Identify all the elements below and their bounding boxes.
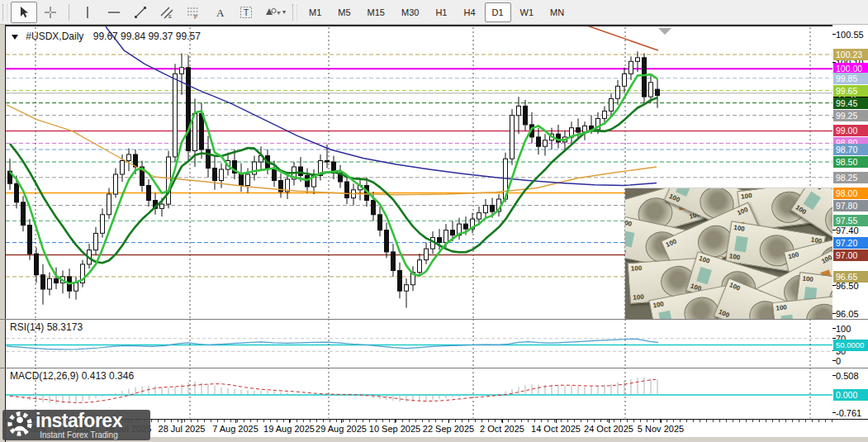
- candle: [206, 135, 211, 177]
- candle: [28, 219, 32, 260]
- candle: [358, 179, 363, 201]
- toolbar-grip[interactable]: [2, 4, 7, 21]
- candle: [543, 134, 548, 155]
- candle: [74, 277, 78, 300]
- candle: [286, 174, 290, 199]
- timeframe-d1-button[interactable]: D1: [485, 2, 511, 22]
- candle: [629, 56, 633, 80]
- candle: [147, 179, 151, 207]
- timeframe-h1-button[interactable]: H1: [428, 2, 454, 22]
- candle: [583, 121, 587, 140]
- macd-indicator-label: MACD(12,26,9) 0.413 0.346: [10, 370, 134, 382]
- toolbar: EFAT▾ M1M5M15M30H1H4D1W1MN: [0, 0, 868, 25]
- macd-axis-label: -0.761: [832, 407, 868, 419]
- candle: [21, 196, 26, 231]
- candle: [537, 128, 541, 154]
- price-level-badge: 99.85: [833, 73, 868, 84]
- candle: [524, 100, 528, 131]
- candle: [352, 183, 356, 205]
- trendline-annotation[interactable]: [568, 26, 658, 50]
- price-level-badge: 98.50: [833, 156, 868, 168]
- candle: [643, 54, 647, 103]
- instaforex-logo: instaforex Instant Forex Trading: [2, 410, 150, 440]
- candle: [623, 68, 627, 93]
- timeframe-mn-button[interactable]: MN: [543, 2, 572, 22]
- date-axis-label: 29 Aug 2025: [315, 424, 367, 434]
- candle: [253, 156, 257, 181]
- svg-text:T: T: [244, 8, 249, 17]
- candle: [385, 223, 389, 259]
- window-left-edge: [0, 25, 6, 442]
- date-axis-label: 14 Oct 2025: [531, 424, 581, 434]
- panel-splitter-rsi[interactable]: [0, 319, 868, 320]
- date-axis-label: 22 Sep 2025: [423, 424, 474, 434]
- macd-axis-label: 0.508: [832, 370, 868, 382]
- rsi-axis-label: 0: [832, 355, 868, 367]
- candle: [279, 173, 283, 198]
- text-tool-button[interactable]: A: [206, 2, 233, 23]
- candle: [378, 207, 382, 236]
- candle: [48, 273, 52, 296]
- candle: [101, 208, 105, 237]
- candle: [471, 213, 475, 234]
- svg-text:E: E: [168, 14, 172, 19]
- text-label-tool-button[interactable]: T: [233, 2, 259, 23]
- timeframe-m5-button[interactable]: M5: [330, 2, 358, 22]
- panel-splitter-macd[interactable]: [0, 368, 868, 368]
- candle: [55, 268, 59, 289]
- candle: [484, 199, 488, 219]
- timeframe-w1-button[interactable]: W1: [513, 2, 542, 22]
- candle: [140, 161, 145, 192]
- candle: [312, 169, 316, 194]
- candle: [425, 243, 429, 264]
- vertical-line-tool-button[interactable]: [74, 2, 101, 23]
- macd-signal-line: [10, 379, 657, 402]
- svg-text:F: F: [194, 14, 197, 19]
- price-level-badge: 97.80: [833, 200, 868, 211]
- shapes-dropdown-caret-icon[interactable]: ▾: [282, 8, 286, 16]
- rsi-panel-plot[interactable]: [6, 319, 832, 368]
- price-axis[interactable]: 100.55100.1099.2097.4096.5096.0599.57100…: [832, 25, 868, 419]
- price-axis-label: 96.05: [832, 308, 868, 320]
- timeframe-h4-button[interactable]: H4: [456, 2, 482, 22]
- chart-title[interactable]: #USDX,Daily 99.67 99.84 99.37 99.57: [12, 31, 201, 42]
- fibonacci-tool-button[interactable]: F: [180, 2, 206, 23]
- price-level-badge: 99.45: [833, 97, 868, 109]
- candle: [339, 165, 343, 188]
- horizontal-line-tool-button[interactable]: [101, 2, 127, 23]
- date-axis-label: 5 Nov 2025: [638, 424, 684, 434]
- timeframe-m1-button[interactable]: M1: [301, 2, 329, 22]
- trendline-tool-button[interactable]: [127, 2, 154, 23]
- candle: [557, 125, 561, 149]
- candle: [127, 149, 131, 172]
- crosshair-tool-button[interactable]: [37, 2, 64, 23]
- symbol-period-label: #USDX,Daily: [26, 31, 83, 42]
- candle: [656, 78, 660, 107]
- candle: [418, 254, 422, 277]
- equidistant-channel-tool-button[interactable]: E: [154, 2, 180, 23]
- toolbar-separator: [69, 4, 69, 21]
- rsi-mid-badge: 50.0000: [833, 340, 868, 351]
- price-level-badge: 98.25: [833, 172, 868, 183]
- timeframe-grip[interactable]: [292, 4, 297, 21]
- candle: [391, 244, 396, 277]
- timeframe-m15-button[interactable]: M15: [360, 2, 392, 22]
- price-level-badge: 97.00: [833, 250, 868, 261]
- dollar-bills-photo: 100 100 100 100 100 100 100 100 100 100 …: [625, 188, 833, 319]
- chart-shift-marker-icon[interactable]: [658, 28, 671, 35]
- candle: [616, 80, 620, 105]
- price-level-badge: 98.70: [833, 144, 868, 155]
- macd-zero-badge: 0.000: [833, 389, 868, 401]
- rsi-indicator-label: RSI(14) 58.3173: [10, 321, 83, 333]
- cursor-tool-button[interactable]: [11, 2, 37, 23]
- symbol-dropdown-icon[interactable]: [12, 35, 18, 40]
- candle: [405, 278, 409, 307]
- price-level-badge: 99.65: [833, 85, 868, 97]
- date-axis-label: 28 Jul 2025: [159, 424, 206, 434]
- candle: [114, 169, 118, 198]
- candle: [240, 164, 244, 192]
- instaforex-gear-icon: [6, 410, 34, 441]
- candle: [411, 266, 415, 291]
- timeframe-m30-button[interactable]: M30: [394, 2, 426, 22]
- logo-brand-text: instaforex: [36, 411, 122, 430]
